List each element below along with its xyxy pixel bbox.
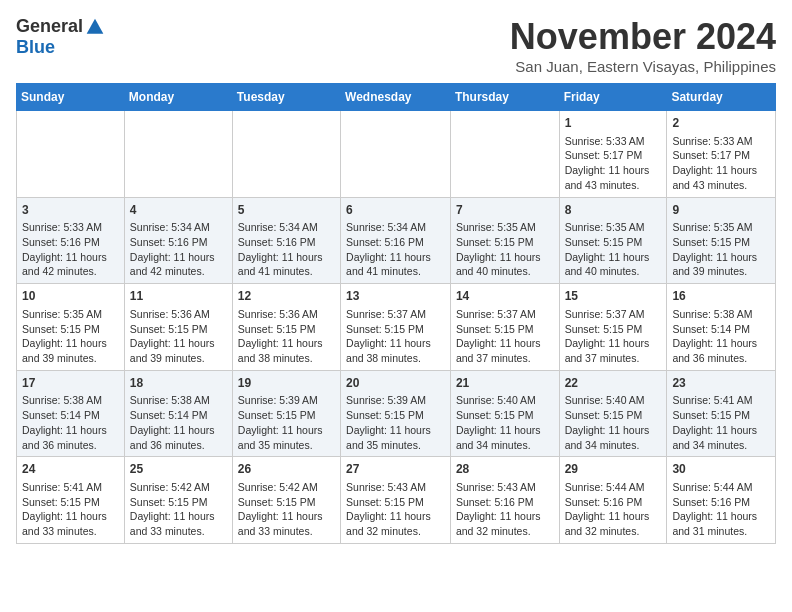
calendar-cell: 28Sunrise: 5:43 AMSunset: 5:16 PMDayligh… [450,457,559,544]
day-info: Daylight: 11 hours and 41 minutes. [346,250,445,279]
day-info: Sunrise: 5:34 AM [346,220,445,235]
calendar-cell: 1Sunrise: 5:33 AMSunset: 5:17 PMDaylight… [559,111,667,198]
day-info: Sunset: 5:16 PM [238,235,335,250]
day-info: Sunrise: 5:36 AM [238,307,335,322]
day-number: 29 [565,461,662,478]
calendar-week-row: 3Sunrise: 5:33 AMSunset: 5:16 PMDaylight… [17,197,776,284]
day-info: Sunset: 5:15 PM [456,408,554,423]
location-subtitle: San Juan, Eastern Visayas, Philippines [510,58,776,75]
day-info: Daylight: 11 hours and 34 minutes. [672,423,770,452]
calendar-week-row: 1Sunrise: 5:33 AMSunset: 5:17 PMDaylight… [17,111,776,198]
calendar-cell [450,111,559,198]
day-info: Sunset: 5:15 PM [22,495,119,510]
day-info: Sunset: 5:15 PM [238,408,335,423]
calendar-cell: 10Sunrise: 5:35 AMSunset: 5:15 PMDayligh… [17,284,125,371]
calendar-cell: 30Sunrise: 5:44 AMSunset: 5:16 PMDayligh… [667,457,776,544]
calendar-cell [232,111,340,198]
calendar-week-row: 17Sunrise: 5:38 AMSunset: 5:14 PMDayligh… [17,370,776,457]
calendar-week-row: 10Sunrise: 5:35 AMSunset: 5:15 PMDayligh… [17,284,776,371]
day-info: Sunset: 5:16 PM [565,495,662,510]
day-info: Sunset: 5:16 PM [130,235,227,250]
calendar-cell: 14Sunrise: 5:37 AMSunset: 5:15 PMDayligh… [450,284,559,371]
day-info: Sunrise: 5:34 AM [130,220,227,235]
day-info: Sunrise: 5:35 AM [672,220,770,235]
day-number: 12 [238,288,335,305]
day-info: Sunset: 5:15 PM [130,322,227,337]
day-info: Daylight: 11 hours and 40 minutes. [565,250,662,279]
day-number: 26 [238,461,335,478]
day-info: Sunrise: 5:38 AM [22,393,119,408]
calendar-cell: 23Sunrise: 5:41 AMSunset: 5:15 PMDayligh… [667,370,776,457]
calendar-cell: 13Sunrise: 5:37 AMSunset: 5:15 PMDayligh… [341,284,451,371]
calendar-cell: 27Sunrise: 5:43 AMSunset: 5:15 PMDayligh… [341,457,451,544]
day-number: 28 [456,461,554,478]
day-info: Daylight: 11 hours and 39 minutes. [672,250,770,279]
calendar-cell [17,111,125,198]
day-info: Sunset: 5:14 PM [22,408,119,423]
day-info: Sunrise: 5:33 AM [672,134,770,149]
day-info: Sunrise: 5:42 AM [238,480,335,495]
day-info: Sunset: 5:15 PM [565,408,662,423]
calendar-cell [124,111,232,198]
calendar-cell: 3Sunrise: 5:33 AMSunset: 5:16 PMDaylight… [17,197,125,284]
day-number: 6 [346,202,445,219]
calendar-table: SundayMondayTuesdayWednesdayThursdayFrid… [16,83,776,544]
day-number: 30 [672,461,770,478]
day-info: Sunset: 5:15 PM [238,322,335,337]
day-number: 23 [672,375,770,392]
day-info: Sunset: 5:15 PM [346,322,445,337]
day-number: 16 [672,288,770,305]
day-number: 18 [130,375,227,392]
calendar-cell: 5Sunrise: 5:34 AMSunset: 5:16 PMDaylight… [232,197,340,284]
day-info: Daylight: 11 hours and 35 minutes. [238,423,335,452]
day-info: Daylight: 11 hours and 33 minutes. [238,509,335,538]
title-area: November 2024 San Juan, Eastern Visayas,… [510,16,776,75]
day-info: Sunrise: 5:33 AM [22,220,119,235]
day-info: Daylight: 11 hours and 36 minutes. [672,336,770,365]
calendar-cell: 16Sunrise: 5:38 AMSunset: 5:14 PMDayligh… [667,284,776,371]
day-number: 7 [456,202,554,219]
calendar-cell: 11Sunrise: 5:36 AMSunset: 5:15 PMDayligh… [124,284,232,371]
day-info: Sunrise: 5:37 AM [346,307,445,322]
day-info: Sunset: 5:15 PM [238,495,335,510]
day-number: 21 [456,375,554,392]
calendar-cell: 6Sunrise: 5:34 AMSunset: 5:16 PMDaylight… [341,197,451,284]
day-info: Daylight: 11 hours and 33 minutes. [22,509,119,538]
day-info: Sunrise: 5:33 AM [565,134,662,149]
calendar-cell: 17Sunrise: 5:38 AMSunset: 5:14 PMDayligh… [17,370,125,457]
calendar-cell: 18Sunrise: 5:38 AMSunset: 5:14 PMDayligh… [124,370,232,457]
logo: General Blue [16,16,105,58]
day-info: Sunrise: 5:44 AM [565,480,662,495]
day-info: Daylight: 11 hours and 32 minutes. [565,509,662,538]
day-info: Daylight: 11 hours and 40 minutes. [456,250,554,279]
day-info: Sunset: 5:17 PM [672,148,770,163]
day-info: Daylight: 11 hours and 33 minutes. [130,509,227,538]
svg-marker-0 [87,18,104,33]
day-info: Sunset: 5:15 PM [672,235,770,250]
day-info: Sunrise: 5:34 AM [238,220,335,235]
logo-general: General [16,16,83,37]
day-info: Daylight: 11 hours and 38 minutes. [238,336,335,365]
calendar-cell: 8Sunrise: 5:35 AMSunset: 5:15 PMDaylight… [559,197,667,284]
day-info: Daylight: 11 hours and 42 minutes. [130,250,227,279]
logo-icon [85,17,105,37]
logo-blue: Blue [16,37,55,58]
day-number: 9 [672,202,770,219]
day-number: 1 [565,115,662,132]
day-number: 15 [565,288,662,305]
day-info: Daylight: 11 hours and 34 minutes. [456,423,554,452]
day-info: Daylight: 11 hours and 32 minutes. [456,509,554,538]
day-info: Sunset: 5:16 PM [456,495,554,510]
day-number: 10 [22,288,119,305]
day-info: Daylight: 11 hours and 43 minutes. [672,163,770,192]
calendar-cell: 22Sunrise: 5:40 AMSunset: 5:15 PMDayligh… [559,370,667,457]
calendar-week-row: 24Sunrise: 5:41 AMSunset: 5:15 PMDayligh… [17,457,776,544]
day-info: Daylight: 11 hours and 39 minutes. [22,336,119,365]
day-number: 5 [238,202,335,219]
day-info: Sunrise: 5:39 AM [346,393,445,408]
calendar-cell: 29Sunrise: 5:44 AMSunset: 5:16 PMDayligh… [559,457,667,544]
day-info: Daylight: 11 hours and 41 minutes. [238,250,335,279]
day-info: Sunset: 5:15 PM [346,408,445,423]
calendar-cell: 15Sunrise: 5:37 AMSunset: 5:15 PMDayligh… [559,284,667,371]
day-info: Sunrise: 5:35 AM [456,220,554,235]
